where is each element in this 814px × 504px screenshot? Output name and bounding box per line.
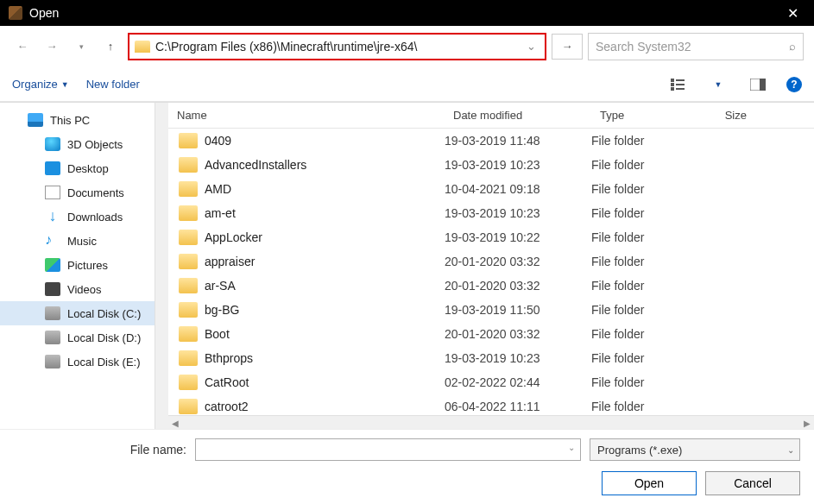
file-row[interactable]: Bthprops19-03-2019 10:23File folder [168, 346, 814, 370]
svg-rect-0 [671, 79, 674, 82]
folder-icon [179, 375, 198, 390]
file-row[interactable]: catroot206-04-2022 11:11File folder [168, 394, 814, 415]
disk-icon [45, 355, 60, 369]
folder-icon [179, 230, 198, 245]
file-type-filter[interactable]: Programs (*.exe) ⌄ [590, 438, 800, 461]
horizontal-scrollbar[interactable]: ◀ ▶ [168, 415, 814, 429]
file-list[interactable]: 040919-03-2019 11:48File folderAdvancedI… [168, 129, 814, 415]
file-type: File folder [591, 206, 712, 220]
file-type: File folder [591, 351, 712, 365]
sidebar[interactable]: This PC3D ObjectsDesktopDocuments↓Downlo… [0, 103, 168, 429]
vid-icon [45, 282, 60, 296]
column-type[interactable]: Type [591, 109, 712, 122]
view-options-button[interactable] [667, 74, 690, 95]
preview-pane-button[interactable] [747, 74, 769, 95]
file-date: 20-01-2020 03:32 [445, 327, 591, 341]
sidebar-scrollbar[interactable] [158, 111, 167, 146]
disk-icon [45, 331, 60, 344]
column-date[interactable]: Date modified [445, 109, 591, 122]
svg-rect-4 [676, 84, 685, 85]
file-date: 19-03-2019 11:50 [445, 303, 591, 317]
help-icon[interactable]: ? [786, 77, 802, 92]
3d-icon [45, 137, 60, 151]
column-name[interactable]: Name [168, 109, 445, 122]
file-name-input[interactable]: ⌄ [195, 438, 581, 461]
window-title: Open [29, 6, 779, 20]
sidebar-item-desktop[interactable]: Desktop [0, 156, 168, 180]
sidebar-item-pictures[interactable]: Pictures [0, 253, 168, 277]
file-row[interactable]: AMD10-04-2021 09:18File folder [168, 177, 814, 201]
sidebar-item-local-disk-c-[interactable]: Local Disk (C:) [0, 301, 168, 325]
pc-icon [28, 113, 43, 127]
sidebar-item-local-disk-d-[interactable]: Local Disk (D:) [0, 325, 168, 350]
file-date: 19-03-2019 10:23 [445, 351, 591, 365]
file-type: File folder [591, 400, 712, 413]
file-row[interactable]: Boot20-01-2020 03:32File folder [168, 322, 814, 346]
back-button[interactable]: ← [10, 35, 35, 59]
sidebar-item-label: Pictures [67, 259, 108, 272]
file-date: 19-03-2019 11:48 [445, 134, 591, 148]
column-size[interactable]: Size [712, 109, 755, 122]
sidebar-item-videos[interactable]: Videos [0, 277, 168, 301]
sidebar-item-this-pc[interactable]: This PC [0, 108, 168, 132]
disk-icon [45, 306, 60, 320]
file-date: 19-03-2019 10:23 [445, 158, 591, 172]
file-name-dropdown-icon[interactable]: ⌄ [568, 443, 575, 452]
file-row[interactable]: AdvancedInstallers19-03-2019 10:23File f… [168, 153, 814, 177]
new-folder-button[interactable]: New folder [86, 78, 140, 91]
file-type: File folder [591, 279, 712, 293]
address-dropdown-icon[interactable]: ⌄ [523, 40, 540, 53]
column-headers[interactable]: Name Date modified Type Size [168, 103, 814, 129]
forward-button[interactable]: → [40, 35, 64, 59]
file-name: AdvancedInstallers [205, 158, 445, 172]
file-type: File folder [591, 230, 712, 244]
file-type: File folder [591, 303, 712, 317]
folder-icon [179, 254, 198, 269]
sidebar-item-label: Desktop [67, 162, 109, 175]
go-button[interactable]: → [552, 34, 583, 60]
sidebar-item-3d-objects[interactable]: 3D Objects [0, 132, 168, 156]
scroll-right-icon[interactable]: ▶ [800, 416, 814, 429]
toolbar: Organize ▼ New folder ▼ ? [0, 67, 814, 102]
file-name-label: File name: [14, 443, 186, 457]
file-name: Boot [205, 327, 445, 341]
file-name: Bthprops [205, 351, 445, 365]
folder-icon [179, 133, 198, 148]
search-box[interactable]: Search System32 ⌕ [588, 33, 804, 60]
close-icon[interactable]: ✕ [779, 5, 805, 22]
svg-rect-1 [671, 83, 674, 86]
sidebar-item-label: Local Disk (C:) [67, 307, 141, 320]
sidebar-item-downloads[interactable]: ↓Downloads [0, 205, 168, 229]
file-row[interactable]: bg-BG19-03-2019 11:50File folder [168, 298, 814, 322]
address-bar[interactable]: ⌄ [128, 33, 546, 60]
file-row[interactable]: ar-SA20-01-2020 03:32File folder [168, 274, 814, 298]
file-row[interactable]: 040919-03-2019 11:48File folder [168, 129, 814, 153]
view-dropdown-icon[interactable]: ▼ [707, 74, 729, 95]
sidebar-item-music[interactable]: ♪Music [0, 229, 168, 253]
sidebar-item-local-disk-e-[interactable]: Local Disk (E:) [0, 350, 168, 374]
file-date: 19-03-2019 10:22 [445, 230, 591, 244]
sidebar-item-label: Downloads [67, 211, 123, 224]
main-area: This PC3D ObjectsDesktopDocuments↓Downlo… [0, 102, 814, 429]
folder-icon [179, 205, 198, 221]
sidebar-item-label: Local Disk (E:) [67, 356, 141, 369]
file-row[interactable]: CatRoot02-02-2022 02:44File folder [168, 370, 814, 394]
app-icon [9, 6, 22, 20]
search-icon: ⌕ [789, 40, 796, 53]
address-input[interactable] [155, 40, 518, 54]
sidebar-item-documents[interactable]: Documents [0, 180, 168, 205]
file-type: File folder [591, 182, 712, 196]
recent-dropdown[interactable]: ▾ [69, 35, 93, 59]
scroll-left-icon[interactable]: ◀ [168, 416, 182, 429]
file-name: 0409 [205, 134, 445, 148]
up-button[interactable]: ↑ [98, 35, 123, 59]
nav-bar: ← → ▾ ↑ ⌄ → Search System32 ⌕ [0, 26, 814, 67]
file-name: CatRoot [205, 375, 445, 389]
cancel-button[interactable]: Cancel [705, 471, 800, 495]
open-button[interactable]: Open [602, 471, 697, 495]
file-row[interactable]: appraiser20-01-2020 03:32File folder [168, 249, 814, 274]
file-row[interactable]: am-et19-03-2019 10:23File folder [168, 201, 814, 225]
file-row[interactable]: AppLocker19-03-2019 10:22File folder [168, 225, 814, 249]
folder-icon [179, 181, 198, 197]
organize-menu[interactable]: Organize ▼ [12, 78, 69, 91]
